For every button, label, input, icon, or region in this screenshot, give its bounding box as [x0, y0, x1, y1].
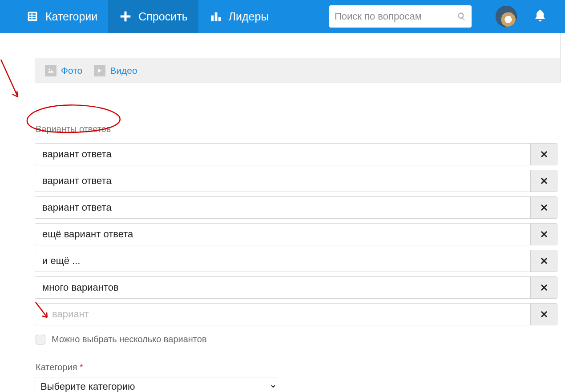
avatar[interactable] [496, 6, 517, 27]
categories-icon [26, 10, 39, 23]
poll-option-row-new [35, 303, 557, 325]
poll-option-input[interactable] [35, 277, 530, 298]
poll-option-input-new[interactable] [35, 304, 530, 325]
remove-option-button[interactable] [530, 144, 557, 165]
svg-rect-2 [32, 13, 36, 15]
poll-option-row [35, 223, 557, 245]
svg-rect-8 [121, 16, 131, 18]
nav-ask[interactable]: Спросить [108, 0, 198, 33]
add-photo-label: Фото [61, 65, 82, 76]
svg-rect-6 [32, 18, 36, 20]
bell-icon[interactable] [533, 8, 547, 24]
editor-toolbar: Фото Видео [35, 58, 560, 83]
video-icon [94, 65, 105, 76]
poll-options-label: Варианты ответов [36, 124, 565, 134]
category-label: Категория * [36, 362, 565, 372]
remove-option-button[interactable] [530, 250, 557, 272]
svg-rect-9 [211, 16, 214, 21]
nav-categories[interactable]: Категории [15, 0, 108, 33]
nav-ask-label: Спросить [138, 10, 187, 23]
editor: Фото Видео [35, 33, 561, 83]
required-marker: * [80, 362, 83, 372]
search-input[interactable] [335, 11, 457, 22]
svg-rect-3 [29, 16, 32, 17]
poll-option-input[interactable] [35, 224, 530, 245]
allow-multiple-row: Можно выбрать несколько вариантов [36, 334, 565, 344]
nav-leaders-label: Лидеры [229, 10, 269, 23]
add-video-button[interactable]: Видео [90, 65, 141, 76]
poll-option-row [35, 170, 557, 192]
leaders-icon [209, 10, 222, 23]
remove-option-button[interactable] [530, 224, 557, 245]
plus-icon [119, 10, 132, 23]
poll-option-row [35, 250, 557, 272]
svg-point-12 [48, 68, 50, 70]
svg-rect-4 [32, 16, 36, 17]
svg-rect-11 [218, 17, 221, 21]
content: Фото Видео Варианты ответов [0, 33, 565, 392]
poll-option-row [35, 196, 557, 219]
add-photo-button[interactable]: Фото [41, 65, 86, 76]
remove-option-button[interactable] [530, 277, 557, 298]
svg-rect-1 [29, 13, 32, 15]
svg-rect-5 [29, 18, 32, 20]
top-nav: Категории Спросить Лидеры [0, 0, 565, 33]
svg-rect-10 [214, 12, 217, 21]
poll-option-row [35, 276, 557, 299]
allow-multiple-label: Можно выбрать несколько вариантов [52, 334, 207, 344]
poll-option-input[interactable] [35, 197, 530, 218]
allow-multiple-checkbox[interactable] [36, 335, 45, 344]
search-wrap [321, 0, 480, 33]
nav-categories-label: Категории [45, 10, 97, 23]
poll-option-input[interactable] [35, 250, 530, 272]
remove-option-button[interactable] [530, 197, 557, 218]
remove-option-button[interactable] [530, 304, 557, 325]
poll-option-row [35, 143, 557, 165]
search-icon[interactable] [457, 11, 466, 22]
remove-option-button[interactable] [530, 170, 557, 192]
nav-leaders[interactable]: Лидеры [198, 0, 280, 33]
poll-option-input[interactable] [35, 144, 530, 165]
photo-icon [45, 65, 56, 76]
category-select[interactable]: Выберите категорию [35, 377, 277, 392]
search-box[interactable] [329, 5, 472, 28]
add-video-label: Видео [110, 65, 137, 76]
editor-body[interactable] [35, 33, 560, 58]
poll-option-input[interactable] [35, 170, 530, 192]
